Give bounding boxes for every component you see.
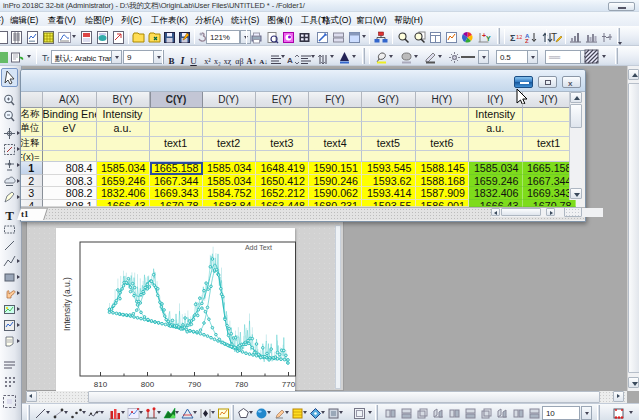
- svg-text:Y: Y: [486, 35, 491, 42]
- svg-text:800: 800: [141, 380, 155, 389]
- svg-text:810: 810: [94, 380, 108, 389]
- svg-text:Intensity (a.u.): Intensity (a.u.): [62, 277, 72, 331]
- svg-text:r: r: [47, 55, 50, 62]
- svg-text:Z: Z: [525, 38, 529, 44]
- svg-text:790: 790: [188, 380, 202, 389]
- svg-text:12: 12: [516, 34, 522, 40]
- svg-text:770: 770: [282, 380, 296, 389]
- svg-text:780: 780: [235, 380, 249, 389]
- svg-text:Add Text: Add Text: [245, 244, 272, 251]
- svg-text:A: A: [287, 56, 293, 65]
